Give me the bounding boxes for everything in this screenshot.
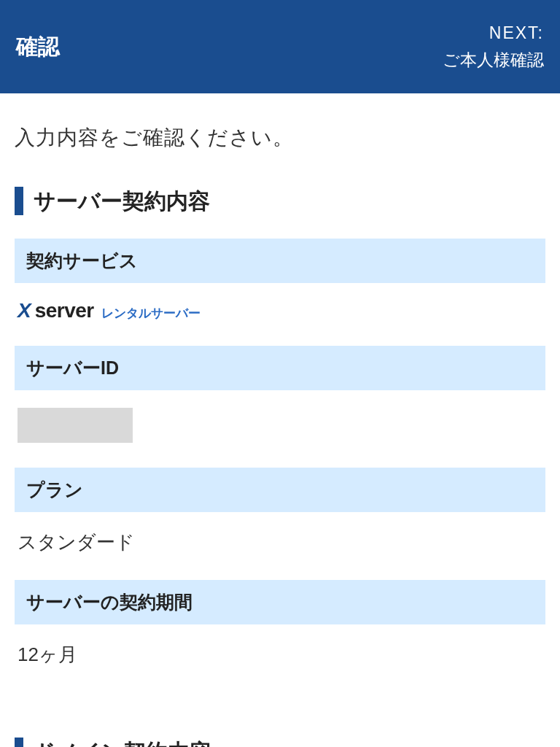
content-area: 入力内容をご確認ください。 サーバー契約内容 契約サービス Xserver レン… bbox=[0, 93, 560, 747]
term-value: 12ヶ月 bbox=[15, 624, 545, 692]
field-label-server-id: サーバーID bbox=[15, 346, 545, 390]
page-header: 確認 NEXT: ご本人様確認 bbox=[0, 0, 560, 93]
field-label-plan: プラン bbox=[15, 468, 545, 512]
section-title-server: サーバー契約内容 bbox=[15, 187, 545, 215]
header-title: 確認 bbox=[16, 32, 60, 62]
xserver-logo: Xserver レンタルサーバー bbox=[15, 283, 545, 346]
plan-value: スタンダード bbox=[15, 512, 545, 580]
field-label-term: サーバーの契約期間 bbox=[15, 580, 545, 624]
next-label: NEXT: bbox=[443, 20, 544, 47]
section-title-domain: ドメイン契約内容 bbox=[15, 738, 545, 747]
header-next: NEXT: ご本人様確認 bbox=[443, 20, 544, 74]
field-label-service: 契約サービス bbox=[15, 239, 545, 283]
confirmation-instruction: 入力内容をご確認ください。 bbox=[15, 124, 545, 152]
xserver-logo-subtext: レンタルサーバー bbox=[101, 305, 201, 322]
server-id-value-redacted bbox=[18, 408, 133, 443]
xserver-logo-server: server bbox=[35, 299, 94, 322]
next-step-value: ご本人様確認 bbox=[443, 47, 544, 74]
xserver-logo-x: X bbox=[18, 299, 31, 322]
